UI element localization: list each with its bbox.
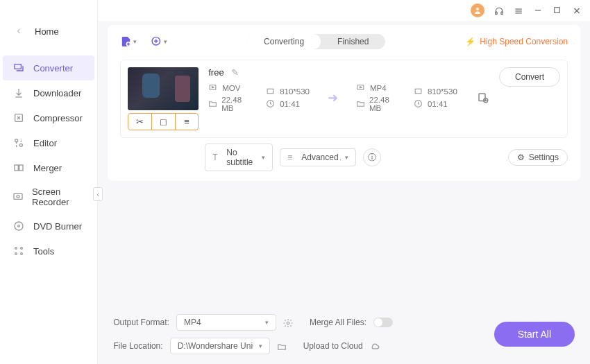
cloud-icon[interactable]	[370, 341, 380, 351]
main-area: ‹ ▾ ▾ Converting Finished	[98, 0, 590, 364]
target-resolution: 810*530	[428, 87, 457, 96]
crop-button[interactable]: ◻	[151, 114, 175, 130]
file-title-row: free ✎	[208, 67, 489, 78]
arrow-right-icon: ➜	[323, 90, 342, 105]
sidebar-item-converter[interactable]: Converter	[3, 55, 94, 80]
resolution-icon	[266, 87, 276, 96]
sidebar-item-screen-recorder[interactable]: Screen Recorder	[0, 180, 97, 214]
chevron-down-icon: ▾	[164, 38, 167, 45]
svg-rect-0	[15, 64, 21, 69]
tools-icon	[12, 245, 25, 257]
sidebar-item-merger[interactable]: Merger	[0, 155, 97, 180]
svg-point-11	[21, 248, 23, 250]
rename-icon[interactable]: ✎	[231, 67, 239, 78]
downloader-icon	[12, 87, 25, 99]
sidebar-item-downloader[interactable]: Downloader	[0, 80, 97, 105]
target-format: MP4	[370, 84, 387, 92]
crop-icon: ◻	[160, 116, 167, 127]
subtitle-select[interactable]: T No subtitle ▾	[205, 144, 273, 171]
hamburger-menu-icon[interactable]	[514, 6, 523, 15]
edit-toolbar: ✂ ◻ ≡	[128, 113, 199, 130]
file-meta-grid: MOV 22.48 MB 810*530 01:41 ➜ MP4 22.48 M…	[208, 83, 489, 112]
output-settings-icon[interactable]	[477, 91, 489, 105]
resolution-icon	[414, 87, 423, 96]
open-folder-icon[interactable]	[277, 341, 287, 351]
sidebar-item-label: Tools	[33, 246, 54, 257]
target-size: 22.48 MB	[369, 96, 400, 112]
add-url-button[interactable]: ▾	[151, 33, 167, 50]
window-close-icon[interactable]	[572, 6, 582, 15]
sidebar-item-label: Merger	[33, 163, 62, 173]
file-info: free ✎ MOV 22.48 MB 810*530 01:41 ➜ MP4	[208, 67, 489, 112]
target-format-col: MP4 22.48 MB	[356, 83, 400, 112]
svg-point-7	[17, 195, 19, 198]
chevron-down-icon: ▾	[259, 343, 262, 349]
settings-label: Settings	[529, 153, 559, 162]
home-label: Home	[35, 26, 59, 37]
audio-select[interactable]: ≡ Advanced Audi... ▾	[280, 148, 356, 166]
headset-icon[interactable]	[494, 6, 504, 15]
more-actions-button[interactable]: ≡	[175, 114, 199, 130]
file-location-select[interactable]: D:\Wondershare UniConverter 1 ▾	[170, 338, 270, 354]
svg-point-3	[19, 144, 22, 146]
output-format-select[interactable]: MP4 ▾	[176, 314, 276, 331]
tab-switch: Converting Finished	[247, 34, 385, 49]
sidebar-item-compressor[interactable]: Compressor	[0, 105, 97, 130]
svg-point-2	[15, 139, 18, 142]
bottom-bar: Output Format: MP4 ▾ Merge All Files: Fi…	[98, 304, 590, 364]
home-back-button[interactable]: Home	[0, 19, 97, 43]
add-file-button[interactable]: ▾	[120, 33, 137, 50]
info-icon-button[interactable]: ⓘ	[363, 148, 381, 166]
file-location-value: D:\Wondershare UniConverter 1	[178, 341, 253, 351]
sidebar-item-dvd-burner[interactable]: DVD Burner	[0, 214, 97, 239]
video-thumbnail[interactable]	[128, 67, 199, 110]
sidebar-item-label: Converter	[33, 63, 73, 73]
svg-rect-16	[501, 12, 503, 15]
gear-icon: ⚙	[517, 153, 525, 162]
chevron-down-icon: ▾	[345, 154, 348, 161]
sidebar-item-label: Downloader	[33, 88, 81, 98]
file-settings-button[interactable]: ⚙ Settings	[508, 149, 568, 166]
sidebar-collapse-handle[interactable]: ‹	[93, 187, 103, 201]
avatar-icon[interactable]	[471, 3, 484, 17]
window-maximize-icon[interactable]	[553, 6, 562, 15]
high-speed-badge[interactable]: ⚡ High Speed Conversion	[465, 37, 568, 46]
source-duration: 01:41	[280, 100, 300, 108]
svg-point-9	[18, 225, 20, 227]
output-format-label: Output Format:	[113, 318, 169, 327]
convert-button[interactable]: Convert	[499, 67, 560, 87]
subtitle-icon: T	[212, 153, 222, 162]
merge-all-toggle[interactable]	[373, 318, 393, 327]
sidebar-item-label: Editor	[33, 138, 57, 148]
chevron-down-icon: ▾	[262, 154, 265, 161]
source-meta-col: 810*530 01:41	[266, 87, 310, 109]
tab-converting[interactable]: Converting	[247, 34, 321, 49]
output-settings-gear-icon[interactable]	[283, 318, 293, 327]
chevron-down-icon: ▾	[265, 319, 269, 326]
merge-all-label: Merge All Files:	[310, 318, 366, 327]
svg-rect-4	[15, 165, 18, 171]
svg-rect-21	[555, 8, 560, 13]
source-resolution: 810*530	[280, 87, 310, 96]
content-card: ▾ ▾ Converting Finished ⚡ High Speed Con…	[108, 25, 580, 181]
chevron-left-icon	[12, 25, 25, 37]
svg-marker-31	[360, 87, 362, 88]
tab-finished[interactable]: Finished	[321, 34, 385, 49]
compressor-icon	[12, 112, 25, 124]
trim-button[interactable]: ✂	[128, 114, 151, 130]
svg-point-36	[287, 322, 289, 324]
file-item: ✂ ◻ ≡ free ✎ MOV 22.48 MB 810*530	[120, 60, 568, 138]
file-location-label: File Location:	[113, 341, 162, 351]
svg-point-13	[21, 253, 23, 255]
svg-rect-28	[267, 89, 273, 94]
menu-icon: ≡	[184, 116, 189, 127]
svg-point-12	[15, 253, 17, 255]
start-all-button[interactable]: Start All	[494, 322, 575, 347]
target-duration: 01:41	[428, 100, 448, 108]
scissors-icon: ✂	[136, 116, 144, 127]
sidebar-item-editor[interactable]: Editor	[0, 130, 97, 155]
svg-rect-5	[19, 165, 23, 171]
svg-point-8	[15, 222, 23, 230]
window-minimize-icon[interactable]	[533, 6, 543, 15]
sidebar-item-tools[interactable]: Tools	[0, 239, 97, 263]
